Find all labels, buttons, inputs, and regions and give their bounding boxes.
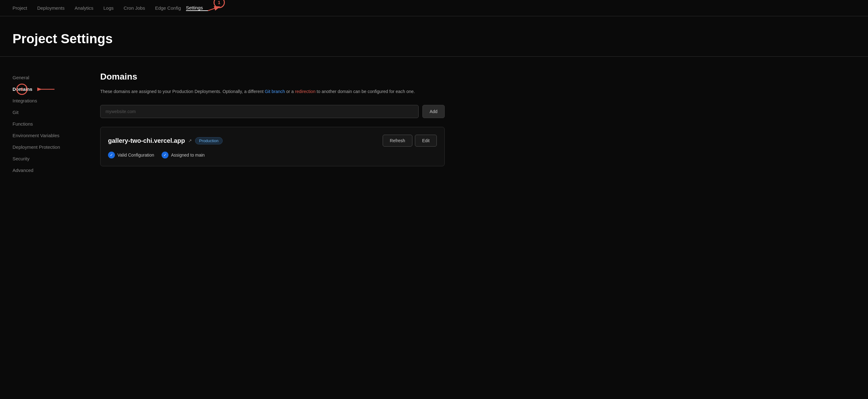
nav-settings-wrapper: Settings 1 [186, 5, 208, 11]
production-badge: Production [195, 137, 223, 144]
domain-input[interactable] [100, 105, 418, 118]
valid-config-label: Valid Configuration [117, 153, 154, 157]
assigned-main-label: Assigned to main [171, 153, 205, 157]
card-actions: Refresh Edit [383, 135, 437, 147]
domain-input-row: Add [100, 105, 445, 118]
domains-section: Domains These domains are assigned to yo… [100, 72, 445, 176]
annotation-circle-2: 2 [16, 84, 28, 95]
page-title: Project Settings [12, 31, 856, 47]
domain-card-header: gallery-two-chi.vercel.app ↗ Production … [108, 135, 437, 147]
nav-item-edge-config[interactable]: Edge Config [150, 0, 186, 16]
sidebar-arrow-icon [37, 86, 55, 92]
sidebar-item-env-vars[interactable]: Environment Variables [12, 130, 75, 141]
domain-card: gallery-two-chi.vercel.app ↗ Production … [100, 127, 445, 166]
main-content: General Domains 2 Integrations Git Funct… [0, 57, 868, 191]
nav-item-settings[interactable]: Settings [186, 5, 208, 11]
sidebar-item-integrations[interactable]: Integrations [12, 95, 75, 106]
external-link-icon[interactable]: ↗ [188, 138, 192, 143]
valid-config-check-icon: ✓ [108, 152, 115, 158]
nav-item-project[interactable]: Project [12, 0, 32, 16]
status-row: ✓ Valid Configuration ✓ Assigned to main [108, 152, 437, 158]
status-item-assigned-main: ✓ Assigned to main [162, 152, 205, 158]
sidebar-item-general[interactable]: General [12, 72, 75, 83]
sidebar-domains-wrapper: Domains 2 [12, 83, 75, 95]
nav-item-logs[interactable]: Logs [98, 0, 119, 16]
domains-description: These domains are assigned to your Produ… [100, 88, 445, 95]
page-header: Project Settings [0, 16, 868, 57]
redirection-link[interactable]: redirection [295, 89, 315, 94]
domain-name: gallery-two-chi.vercel.app [108, 137, 185, 144]
nav-item-analytics[interactable]: Analytics [69, 0, 98, 16]
assigned-main-check-icon: ✓ [162, 152, 168, 158]
nav-item-deployments[interactable]: Deployments [32, 0, 70, 16]
sidebar-item-advanced[interactable]: Advanced [12, 164, 75, 176]
edit-button[interactable]: Edit [415, 135, 437, 147]
sidebar-item-security[interactable]: Security [12, 153, 75, 164]
add-domain-button[interactable]: Add [423, 105, 445, 118]
refresh-button[interactable]: Refresh [383, 135, 412, 147]
sidebar: General Domains 2 Integrations Git Funct… [12, 72, 75, 176]
sidebar-item-deployment-protection[interactable]: Deployment Protection [12, 141, 75, 153]
top-navigation: Project Deployments Analytics Logs Cron … [0, 0, 868, 16]
git-branch-link[interactable]: Git branch [265, 89, 285, 94]
status-item-valid-config: ✓ Valid Configuration [108, 152, 154, 158]
sidebar-item-functions[interactable]: Functions [12, 118, 75, 130]
domains-title: Domains [100, 72, 445, 82]
sidebar-item-git[interactable]: Git [12, 106, 75, 118]
domain-name-row: gallery-two-chi.vercel.app ↗ Production [108, 137, 223, 144]
nav-item-cron-jobs[interactable]: Cron Jobs [119, 0, 150, 16]
